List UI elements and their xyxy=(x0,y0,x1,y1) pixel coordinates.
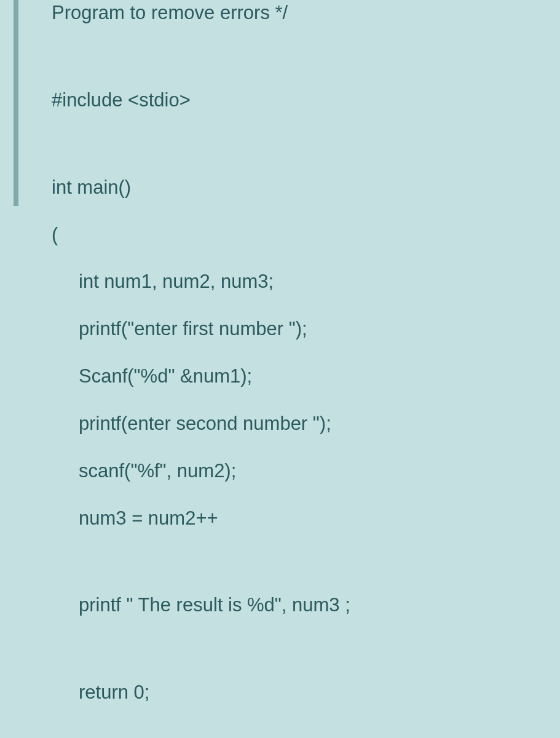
code-line: printf("enter first number "); xyxy=(52,316,548,342)
code-line: #include <stdio> xyxy=(52,87,548,113)
quote-indicator-bar xyxy=(14,0,18,206)
code-line: Program to remove errors */ xyxy=(52,0,548,26)
code-line: printf " The result is %d", num3 ; xyxy=(52,592,548,618)
code-line: num3 = num2++ xyxy=(52,506,548,531)
code-line: ( xyxy=(52,222,548,248)
code-line: printf(enter second number "); xyxy=(52,411,548,437)
code-line: int num1, num2, num3; xyxy=(52,269,548,295)
code-block: Program to remove errors */ #include <st… xyxy=(52,0,548,738)
code-line: Scanf("%d" &num1); xyxy=(52,363,548,389)
code-line: int main() xyxy=(52,175,548,200)
code-line: return 0; xyxy=(52,680,548,705)
code-line: scanf("%f", num2); xyxy=(52,458,548,484)
